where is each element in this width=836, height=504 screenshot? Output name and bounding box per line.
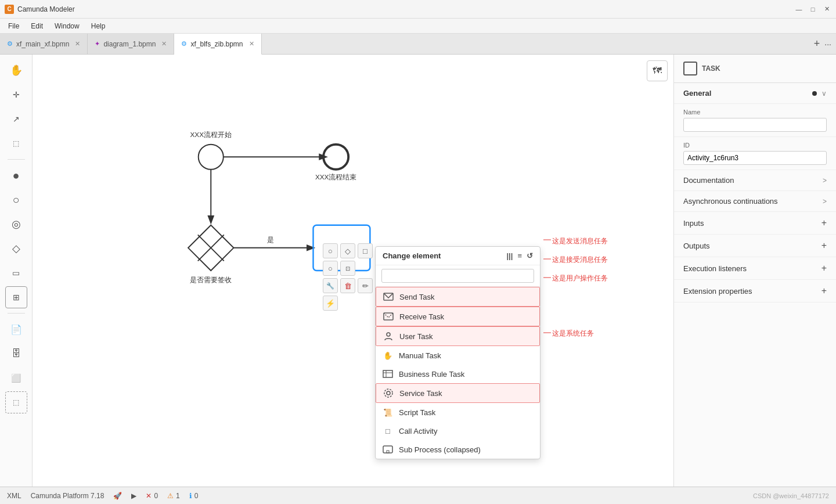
popup-item-business-rule-task[interactable]: Business Rule Task [376, 365, 540, 383]
menubar: File Edit Window Help [0, 19, 836, 34]
svg-text:是: 是 [267, 236, 274, 243]
inputs-label: Inputs [683, 219, 704, 228]
subprocess-tool[interactable]: ⊞ [5, 286, 27, 308]
svg-text:XXX流程结束: XXX流程结束 [315, 173, 356, 181]
delete-button[interactable]: 🗑 [340, 278, 355, 293]
pool-tool[interactable]: ⬜ [5, 367, 27, 389]
popup-search-input[interactable] [381, 269, 534, 283]
menu-help[interactable]: Help [85, 21, 111, 31]
format-label: XML [7, 492, 21, 500]
svg-rect-21 [383, 446, 392, 453]
error-icon: ✕ [146, 492, 152, 500]
tab-diagram[interactable]: ✦ diagram_1.bpmn ✕ [88, 34, 174, 54]
end-event-tool[interactable]: ◎ [5, 213, 27, 235]
change-to-circle-button[interactable]: ○ [323, 243, 338, 258]
tab-icon-xf-blfs: ⚙ [181, 40, 187, 48]
inputs-add-button[interactable]: + [821, 218, 827, 228]
right-panel: TASK General ∨ Name ID Documentation > [673, 55, 836, 487]
selection-tool-button[interactable]: ✛ [5, 84, 27, 106]
execution-listeners-add-button[interactable]: + [821, 263, 827, 273]
data-store-tool[interactable]: 🗄 [5, 343, 27, 365]
element-toolbar-row2: ○ ⊡ [323, 261, 373, 276]
popup-item-send-task[interactable]: Send Task [376, 287, 540, 307]
documentation-label: Documentation [683, 176, 734, 185]
lasso-tool-button[interactable]: ⬚ [5, 132, 27, 154]
extension-properties-add-button[interactable]: + [821, 286, 827, 296]
call-activity-icon: □ [383, 426, 393, 436]
popup-item-user-task[interactable]: User Task [376, 326, 540, 346]
close-button[interactable]: ✕ [822, 5, 831, 14]
start-event-tool[interactable]: ● [5, 164, 27, 186]
intermediate-event-tool[interactable]: ○ [5, 189, 27, 211]
tab-close-xf-blfs[interactable]: ✕ [249, 40, 254, 48]
platform-indicator: Camunda Platform 7.18 [31, 492, 105, 500]
popup-columns-icon[interactable]: ||| [506, 251, 513, 260]
tab-xf-blfs[interactable]: ⚙ xf_blfs_zib.bpmn ✕ [174, 34, 261, 55]
popup-item-manual-task[interactable]: ✋ Manual Task [376, 346, 540, 365]
menu-window[interactable]: Window [49, 21, 85, 31]
svg-point-19 [387, 391, 390, 395]
minimize-button[interactable]: — [794, 5, 803, 14]
name-field: Name [674, 104, 836, 137]
sub-process-icon [383, 444, 393, 455]
general-section-title: General [683, 89, 711, 98]
extension-properties-section[interactable]: Extension properties + [674, 280, 836, 303]
popup-item-sub-process[interactable]: Sub Process (collapsed) [376, 440, 540, 459]
gateway-tool[interactable]: ◇ [5, 237, 27, 260]
popup-refresh-icon[interactable]: ↺ [527, 251, 533, 260]
popup-item-script-task[interactable]: 📜 Script Task [376, 403, 540, 422]
tab-xf-main[interactable]: ⚙ xf_main_xf.bpmn ✕ [0, 34, 88, 54]
toolbar-separator-1 [8, 159, 25, 160]
general-section[interactable]: General ∨ [674, 83, 836, 104]
sub-process-label: Sub Process (collapsed) [399, 445, 481, 454]
menu-file[interactable]: File [2, 21, 25, 31]
add-tab-button[interactable]: + [814, 38, 820, 50]
inputs-section[interactable]: Inputs + [674, 212, 836, 235]
tab-close-xf-main[interactable]: ✕ [75, 40, 80, 48]
outputs-add-button[interactable]: + [821, 240, 827, 251]
group-tool[interactable]: ⬚ [5, 391, 27, 413]
change-to-grid-button[interactable]: ⊡ [340, 261, 355, 276]
send-task-label: Send Task [399, 293, 434, 301]
hand-tool-button[interactable]: ✋ [5, 59, 27, 81]
tab-label-diagram: diagram_1.bpmn [103, 40, 156, 48]
change-to-square-button[interactable]: □ [358, 243, 373, 258]
popup-item-call-activity[interactable]: □ Call Activity [376, 422, 540, 440]
tab-actions: + ··· [809, 34, 836, 54]
change-to-diamond-button[interactable]: ◇ [340, 243, 355, 258]
menu-edit[interactable]: Edit [25, 21, 49, 31]
wrench-button[interactable]: 🔧 [323, 278, 338, 293]
task-type-box [683, 62, 697, 75]
annotation-send-task: 这是发送消息任务 [552, 236, 608, 246]
deploy-icon-button[interactable]: 🚀 [113, 492, 122, 500]
maximize-button[interactable]: □ [808, 5, 817, 14]
task-tool[interactable]: ▭ [5, 262, 27, 284]
id-input[interactable] [683, 151, 827, 165]
call-activity-label: Call Activity [399, 427, 437, 435]
change-to-event-button[interactable]: ○ [323, 261, 338, 276]
data-object-tool[interactable]: 📄 [5, 318, 27, 340]
async-continuations-section[interactable]: Asynchronous continuations > [674, 191, 836, 212]
tab-close-diagram[interactable]: ✕ [161, 40, 167, 48]
popup-item-receive-task[interactable]: Receive Task [376, 307, 540, 326]
popup-list-icon[interactable]: ≡ [517, 251, 522, 260]
name-input[interactable] [683, 118, 827, 132]
svg-point-0 [199, 145, 224, 170]
run-button[interactable]: ▶ [131, 492, 136, 500]
script-task-icon: 📜 [383, 407, 393, 417]
popup-item-list: Send Task Receive Task User Task [376, 287, 540, 459]
script-task-label: Script Task [399, 408, 435, 417]
execution-listeners-label: Execution listeners [683, 264, 747, 273]
id-field: ID [674, 137, 836, 170]
app-title: Camunda Modeler [17, 5, 794, 13]
more-tabs-button[interactable]: ··· [824, 39, 831, 49]
bolt-button[interactable]: ⚡ [323, 296, 338, 311]
execution-listeners-section[interactable]: Execution listeners + [674, 257, 836, 280]
outputs-section[interactable]: Outputs + [674, 235, 836, 257]
connect-tool-button[interactable]: ↗ [5, 108, 27, 130]
edit-button[interactable]: ✏ [358, 278, 373, 293]
annotation-user-task: 这是用户操作任务 [552, 273, 608, 283]
canvas[interactable]: 🗺 XXX流程开始 XXX流程结束 是否需要签收 是 [33, 55, 673, 487]
popup-item-service-task[interactable]: Service Task [376, 383, 540, 403]
documentation-section[interactable]: Documentation > [674, 170, 836, 191]
